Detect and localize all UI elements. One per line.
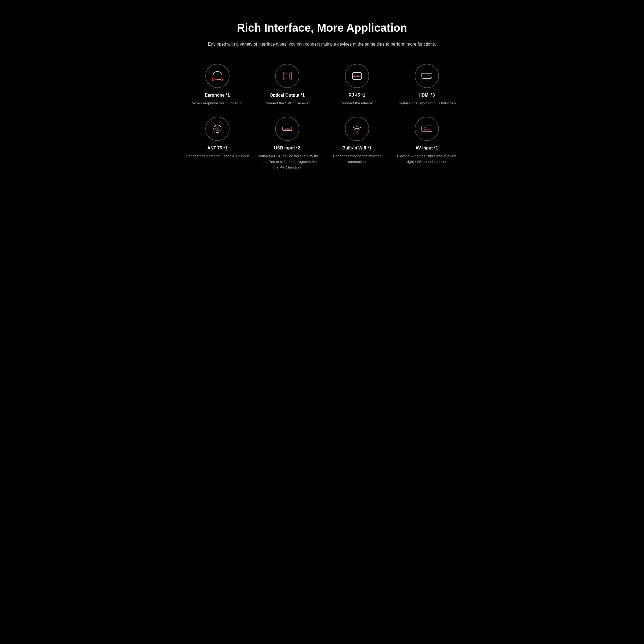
- svg-rect-5: [285, 74, 289, 78]
- feature-item-wifi: Built-in Wifi *1 For connecting to the i…: [325, 117, 389, 170]
- svg-point-24: [356, 131, 358, 133]
- feature-item-usb-input: USB Input *2 Connect a USB device here t…: [255, 117, 319, 170]
- svg-rect-0: [212, 78, 214, 81]
- feature-item-optical-output: Optical Output *1 Connect the SPDIF rece…: [255, 64, 319, 106]
- svg-rect-10: [353, 72, 362, 79]
- svg-text:R: R: [428, 130, 429, 132]
- item-desc-av-input: External AV signal input and relevant ri…: [395, 153, 459, 164]
- item-title-usb-input: USB Input *2: [274, 146, 300, 151]
- hdmi-icon: [415, 64, 439, 88]
- item-title-ant75: ANT 75 *1: [207, 146, 227, 151]
- svg-line-9: [289, 78, 291, 80]
- feature-item-ant75: ANT 75 *1 Connect the antennal / caddle …: [185, 117, 250, 170]
- feature-item-hdmi: HDMI *3 Digital signal input from HDMI v…: [395, 64, 459, 106]
- svg-text:INPUT: INPUT: [423, 127, 427, 129]
- feature-item-earphone: Earphone *1 When earphone are plugged in: [185, 64, 250, 106]
- item-title-av-input: AV Input *1: [415, 146, 438, 151]
- item-desc-ant75: Connect the antennal / caddle TV input: [186, 153, 249, 159]
- ant-icon: [205, 117, 229, 141]
- page-wrapper: Rich Interface, More Application Equippe…: [174, 0, 470, 197]
- item-desc-wifi: For connecting to the internet connectio…: [325, 153, 389, 164]
- svg-rect-25: [422, 126, 432, 132]
- feature-item-rj45: RJ 45 *1 Connect the internet: [325, 64, 389, 106]
- av-icon: INPUT L R: [415, 117, 439, 141]
- usb-icon: [275, 117, 299, 141]
- svg-point-20: [217, 128, 218, 130]
- item-title-rj45: RJ 45 *1: [349, 93, 365, 98]
- item-title-earphone: Earphone *1: [205, 93, 230, 98]
- features-grid: Earphone *1 When earphone are plugged in…: [185, 64, 459, 170]
- optical-icon: [275, 64, 299, 88]
- section-title: Rich Interface, More Application: [185, 21, 459, 34]
- svg-line-6: [283, 72, 285, 74]
- earphone-icon: [205, 64, 229, 88]
- item-desc-optical-output: Connect the SPDIF receiver: [264, 100, 310, 106]
- item-title-hdmi: HDMI *3: [419, 93, 435, 98]
- section-subtitle: Equipped with a variety of interface typ…: [185, 41, 459, 48]
- item-desc-usb-input: Connect a USB device here to play its me…: [255, 153, 319, 170]
- item-desc-hdmi: Digital signal input from HDMI video: [398, 100, 456, 106]
- item-title-optical-output: Optical Output *1: [269, 93, 305, 98]
- svg-rect-21: [283, 127, 292, 131]
- svg-line-7: [289, 72, 291, 74]
- item-desc-rj45: Connect the internet: [341, 100, 373, 106]
- rj45-icon: [345, 64, 369, 88]
- svg-line-8: [283, 78, 285, 80]
- feature-item-av-input: INPUT L R AV Input *1 External AV signal…: [395, 117, 459, 170]
- wifi-icon: [345, 117, 369, 141]
- svg-rect-1: [221, 78, 222, 81]
- item-title-wifi: Built-in Wifi *1: [342, 146, 371, 151]
- item-desc-earphone: When earphone are plugged in: [192, 100, 242, 106]
